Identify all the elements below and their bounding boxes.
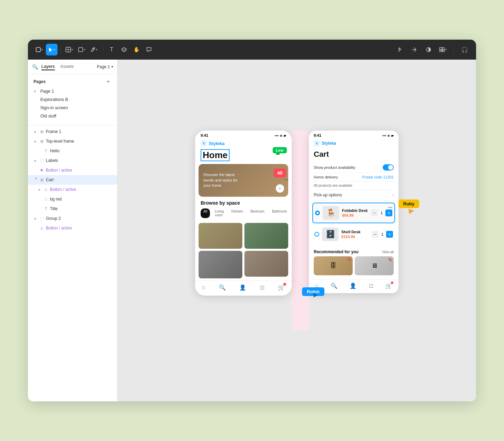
rec-item-2: 🖥 🔖: [355, 256, 394, 275]
availability-toggle[interactable]: [383, 164, 394, 171]
toolbar-left-tools: ▾ ▾ ▾ ▾: [33, 44, 155, 55]
app-window: ▾ ▾ ▾ ▾: [28, 40, 476, 401]
browse-tab-all[interactable]: All: [201, 208, 210, 218]
headphones-btn[interactable]: 🎧: [459, 44, 471, 55]
hero-button[interactable]: ›: [276, 184, 284, 193]
delivery-label: Home delivery: [314, 175, 338, 179]
cart-item-radio-1[interactable]: [315, 211, 320, 215]
layer-button-active-3[interactable]: ▶ ◇ Button / active: [28, 223, 117, 233]
group-icon: ⬚: [39, 158, 44, 163]
home-brand: S Styleka: [195, 139, 292, 148]
expand-btn2-icon[interactable]: ▶: [38, 187, 42, 192]
page-selector[interactable]: Page 1 ▾: [97, 64, 113, 69]
photo-grid: [195, 223, 292, 278]
contrast-btn[interactable]: [423, 44, 434, 55]
browse-tab-living[interactable]: Living room: [212, 208, 226, 218]
cart-nav-profile-icon[interactable]: 👤: [350, 283, 356, 289]
item-menu-1[interactable]: •••: [388, 205, 392, 210]
browse-tab-bathroom[interactable]: Bathroom: [269, 208, 290, 218]
cart-nav-badge: [391, 281, 393, 284]
page-chevron-icon: ▾: [111, 65, 113, 69]
expand-cart-icon[interactable]: ▶: [33, 178, 38, 182]
nav-wishlist-icon[interactable]: ⊡: [260, 284, 264, 291]
scale-tool-btn[interactable]: ▾: [63, 44, 75, 55]
group-icon-2: ⬚: [39, 216, 44, 221]
qty-value-2: 1: [380, 232, 385, 236]
layer-group2[interactable]: ▶ ⬚ Group 2: [28, 214, 117, 223]
tab-layers[interactable]: Layers: [41, 63, 55, 70]
share-btn[interactable]: [408, 44, 420, 55]
canvas-area: 9:41 ▪▪▪ ⌾ ▰ S Styleka Home ▲: [118, 60, 476, 401]
qty-minus-2[interactable]: −: [372, 231, 379, 238]
cart-option-available-msg: All products are available: [314, 182, 394, 190]
expand-labels-icon[interactable]: ▶: [33, 158, 38, 163]
hero-text: Discover the latest trends and styles fo…: [199, 169, 248, 192]
cart-options: Show product availability Home delivery …: [309, 162, 399, 190]
layer-button-active-2[interactable]: ▶ ◇ Button / active: [28, 185, 117, 194]
qty-minus-1[interactable]: −: [371, 209, 378, 216]
browse-tab-bedroom[interactable]: Bedroom: [248, 208, 268, 218]
add-page-button[interactable]: +: [105, 78, 112, 85]
figma-logo-btn[interactable]: [394, 44, 405, 55]
pen-tool-btn[interactable]: ▾: [88, 44, 100, 55]
main-area: 🔍 Layers Assets Page 1 ▾ Pages + ✓ Page …: [28, 60, 476, 401]
rec-save-icon-1[interactable]: 🔖: [347, 258, 351, 261]
cart-nav-wishlist-icon[interactable]: ⊡: [369, 283, 373, 289]
expand-frame1-icon[interactable]: ▶: [33, 130, 38, 134]
move-tool-btn[interactable]: ▾: [46, 44, 58, 55]
page-item-old-stuff[interactable]: ✓ Old stuff: [31, 112, 114, 120]
layer-bg-red[interactable]: ▶ □ bg red: [28, 194, 117, 204]
layers-divider: [28, 125, 117, 125]
svg-point-13: [93, 48, 95, 49]
pickup-row[interactable]: Pick-up options ›: [309, 190, 399, 201]
nav-profile-icon[interactable]: 👤: [239, 284, 246, 291]
shape-tool-btn[interactable]: ▾: [76, 44, 88, 55]
more-options-btn[interactable]: ▾: [437, 44, 449, 55]
cart-item-foldable-desk: 🪑 Foldable Desk $59.99 − 1 + •: [312, 203, 395, 223]
rec-view-all[interactable]: View all: [382, 250, 394, 254]
cart-item-radio-2[interactable]: [314, 232, 319, 237]
comment-tool-btn[interactable]: [143, 44, 155, 55]
nav-home-icon[interactable]: ⌂: [202, 284, 205, 291]
qty-plus-1[interactable]: +: [385, 209, 392, 216]
svg-rect-17: [440, 48, 442, 50]
layer-cart[interactable]: ▶ ⊞ Cart: [28, 175, 117, 185]
cart-title-section: Cart: [309, 148, 399, 162]
layer-label-cart: Cart: [46, 177, 114, 182]
layer-button-active-1[interactable]: ▶ ❖ Button / active: [28, 165, 117, 175]
shell-desk-controls: − 1 +: [372, 231, 393, 238]
component-tool-btn[interactable]: [118, 44, 130, 55]
expand-toplevel-icon[interactable]: ▶: [33, 139, 38, 143]
hand-tool-btn[interactable]: ✋: [131, 44, 142, 55]
page-item-page1[interactable]: ✓ Page 1: [31, 87, 114, 95]
nav-cart-icon[interactable]: 🛒: [278, 284, 285, 291]
frame-icon-2: ⊞: [39, 139, 44, 144]
rec-save-icon-2[interactable]: 🔖: [388, 258, 392, 261]
availability-label: Show product availability: [314, 165, 355, 170]
layer-frame1[interactable]: ▶ ⊞ Frame 1: [28, 127, 117, 136]
pages-list: ✓ Page 1 ✓ Explorations B ✓ Sign-in scre…: [28, 87, 117, 124]
cart-badge: [283, 283, 286, 286]
pink-divider: [292, 131, 309, 330]
cart-nav-search-icon[interactable]: 🔍: [331, 283, 337, 289]
layer-title[interactable]: ▶ T Title: [28, 204, 117, 214]
layer-hello[interactable]: ▶ T Hello: [28, 146, 117, 156]
page-item-explorations-b[interactable]: ✓ Explorations B: [31, 95, 114, 104]
tab-assets[interactable]: Assets: [60, 63, 74, 70]
cart-brand-name: Styleka: [322, 141, 336, 146]
qty-plus-2[interactable]: +: [386, 231, 393, 238]
layer-top-level-frame[interactable]: ▶ ⊞ Top-level frame: [28, 136, 117, 146]
expand-group2-icon[interactable]: ▶: [33, 216, 38, 220]
text-tool-btn[interactable]: T: [106, 44, 118, 55]
svg-rect-20: [442, 50, 444, 52]
browse-tab-kitchen[interactable]: Kitchen: [229, 208, 245, 218]
svg-rect-19: [440, 50, 442, 52]
nav-search-icon[interactable]: 🔍: [219, 284, 226, 291]
cart-nav-cart-icon[interactable]: 🛒: [385, 283, 392, 289]
page-item-sign-in[interactable]: ✓ Sign-in screen: [31, 104, 114, 112]
layer-labels[interactable]: ▶ ⬚ Labels: [28, 156, 117, 165]
photo-cell-4: [244, 251, 288, 277]
frame-tool-btn[interactable]: ▾: [33, 44, 45, 55]
home-status-bar: 9:41 ▪▪▪ ⌾ ▰: [195, 131, 292, 139]
text-icon-2: T: [43, 207, 48, 211]
